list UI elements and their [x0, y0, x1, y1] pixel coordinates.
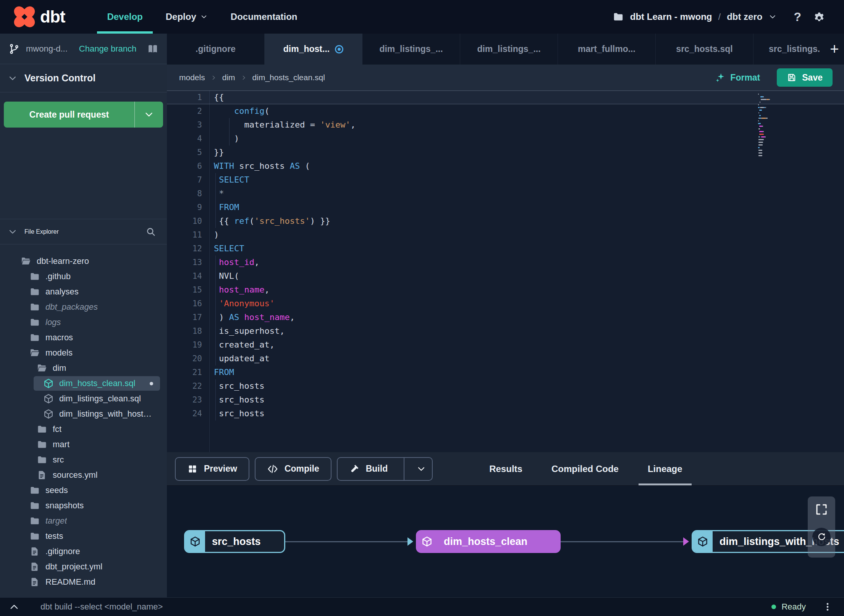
code-line-17[interactable]: 17 ) AS host_name,	[167, 310, 844, 324]
nav-item-deploy[interactable]: Deploy	[154, 0, 219, 34]
result-tab-lineage[interactable]: Lineage	[633, 452, 697, 485]
chevron-down-icon[interactable]	[411, 464, 432, 474]
unsaved-changes-icon[interactable]	[335, 45, 343, 53]
refresh-icon[interactable]	[812, 528, 831, 546]
dbt-logo[interactable]: dbt	[13, 6, 65, 28]
code-line-19[interactable]: 19 created_at,	[167, 338, 844, 352]
code-token: 'src_hosts'	[254, 216, 310, 226]
tree-folder-src[interactable]: src	[0, 452, 167, 467]
lineage-node-dim_hosts_clean[interactable]: dim_hosts_clean	[416, 530, 561, 553]
code-line-8[interactable]: 8 *	[167, 187, 844, 200]
tree-folder-dbt-learn-zero[interactable]: dbt-learn-zero	[0, 254, 167, 269]
chevron-down-icon[interactable]	[768, 13, 777, 21]
tree-file-dbt_project.yml[interactable]: dbt_project.yml	[0, 559, 167, 574]
compile-button[interactable]: Compile	[255, 457, 331, 481]
code-line-10[interactable]: 10 {{ ref('src_hosts') }}	[167, 214, 844, 228]
chevron-down-icon[interactable]	[8, 73, 18, 83]
tree-folder-dbt_packages[interactable]: dbt_packages	[0, 299, 167, 315]
chevron-down-icon[interactable]	[8, 227, 18, 237]
editor-tab-5[interactable]: src_hosts.sql	[656, 34, 753, 65]
line-number: 6	[167, 159, 202, 173]
tree-folder-snapshots[interactable]: snapshots	[0, 498, 167, 513]
build-button[interactable]: Build	[337, 457, 433, 481]
editor-minimap[interactable]	[758, 94, 786, 158]
code-line-18[interactable]: 18 is_superhost,	[167, 324, 844, 338]
code-line-7[interactable]: 7 SELECT	[167, 173, 844, 187]
breadcrumb-segment[interactable]: dim	[222, 73, 235, 82]
tree-folder-target[interactable]: target	[0, 513, 167, 529]
project-breadcrumb[interactable]: dbt Learn - mwong / dbt zero	[613, 11, 777, 23]
lineage-node-src_hosts[interactable]: src_hosts	[184, 530, 285, 553]
tree-file-dim_listings_clean.sql[interactable]: dim_listings_clean.sql	[0, 391, 167, 406]
chevron-down-icon[interactable]	[135, 102, 163, 128]
tree-folder-models[interactable]: models	[0, 345, 167, 361]
indent-guide	[215, 283, 216, 297]
tree-file-README.md[interactable]: README.md	[0, 574, 167, 590]
command-text[interactable]: dbt build --select <model_name>	[40, 602, 163, 612]
version-control-header[interactable]: Version Control	[0, 64, 167, 92]
tree-file-dim_listings_with_hosts...[interactable]: dim_listings_with_hosts...	[0, 406, 167, 422]
format-button[interactable]: Format	[715, 72, 760, 83]
lineage-panel[interactable]: src_hostsdim_hosts_cleandim_listings_wit…	[167, 486, 844, 597]
tree-file-sources.yml[interactable]: sources.yml	[0, 467, 167, 483]
code-line-2[interactable]: 2 config(	[167, 104, 844, 118]
change-branch-link[interactable]: Change branch	[79, 44, 136, 54]
code-line-16[interactable]: 16 'Anonymous'	[167, 297, 844, 310]
editor-tab-3[interactable]: dim_listings_...	[460, 34, 558, 65]
code-editor[interactable]: 1{{2 config(3 materialized = 'view',4 )5…	[167, 91, 844, 452]
preview-button[interactable]: Preview	[175, 457, 249, 481]
code-line-13[interactable]: 13 host_id,	[167, 255, 844, 269]
code-line-9[interactable]: 9 FROM	[167, 200, 844, 214]
editor-tab-0[interactable]: .gitignore	[167, 34, 265, 65]
nav-item-develop[interactable]: Develop	[95, 0, 154, 34]
help-button[interactable]: ?	[794, 10, 801, 24]
tree-folder-analyses[interactable]: analyses	[0, 284, 167, 299]
editor-tab-2[interactable]: dim_listings_...	[362, 34, 460, 65]
tree-folder-.github[interactable]: .github	[0, 269, 167, 284]
result-tab-compiled-code[interactable]: Compiled Code	[537, 452, 633, 485]
file-explorer-header[interactable]: File Explorer	[0, 219, 167, 244]
tree-file-dim_hosts_clean.sql[interactable]: dim_hosts_clean.sql	[0, 376, 167, 391]
code-line-5[interactable]: 5}}	[167, 146, 844, 159]
code-line-12[interactable]: 12SELECT	[167, 242, 844, 255]
code-line-6[interactable]: 6WITH src_hosts AS (	[167, 159, 844, 173]
result-tab-results[interactable]: Results	[475, 452, 537, 485]
editor-tab-4[interactable]: mart_fullmo...	[558, 34, 656, 65]
code-line-11[interactable]: 11)	[167, 228, 844, 242]
breadcrumb-segment[interactable]: dim_hosts_clean.sql	[252, 73, 325, 82]
tree-folder-mart[interactable]: mart	[0, 437, 167, 452]
tree-folder-seeds[interactable]: seeds	[0, 483, 167, 498]
tree-file-.gitignore[interactable]: .gitignore	[0, 544, 167, 559]
save-button[interactable]: Save	[777, 68, 833, 87]
tree-folder-tests[interactable]: tests	[0, 529, 167, 544]
code-line-15[interactable]: 15 host_name,	[167, 283, 844, 297]
tree-folder-logs[interactable]: logs	[0, 315, 167, 330]
editor-tab-6[interactable]: src_listings.	[753, 34, 825, 65]
code-line-3[interactable]: 3 materialized = 'view',	[167, 118, 844, 132]
search-icon[interactable]	[146, 226, 159, 237]
code-token: WITH	[214, 161, 234, 171]
code-line-1[interactable]: 1{{	[167, 91, 844, 104]
new-tab-button[interactable]: +	[825, 34, 844, 65]
create-pull-request-label[interactable]: Create pull request	[4, 102, 134, 128]
tree-folder-macros[interactable]: macros	[0, 330, 167, 345]
tree-folder-fct[interactable]: fct	[0, 422, 167, 437]
code-line-22[interactable]: 22 src_hosts	[167, 379, 844, 393]
code-line-20[interactable]: 20 updated_at	[167, 352, 844, 365]
kebab-menu-icon[interactable]	[823, 602, 833, 612]
folder-icon	[29, 271, 40, 282]
create-pull-request-button[interactable]: Create pull request	[4, 102, 163, 128]
nav-item-documentation[interactable]: Documentation	[219, 0, 309, 34]
chevron-up-icon[interactable]	[8, 601, 20, 613]
code-line-21[interactable]: 21FROM	[167, 365, 844, 379]
fullscreen-icon[interactable]	[815, 503, 828, 516]
breadcrumb-segment[interactable]: models	[179, 73, 205, 82]
book-icon[interactable]	[147, 43, 158, 55]
code-line-14[interactable]: 14 NVL(	[167, 269, 844, 283]
tree-folder-dim[interactable]: dim	[0, 361, 167, 376]
code-line-4[interactable]: 4 )	[167, 132, 844, 146]
editor-tab-1[interactable]: dim_host...	[265, 34, 362, 65]
code-line-24[interactable]: 24 src_hosts	[167, 407, 844, 420]
code-line-23[interactable]: 23 src_hosts	[167, 393, 844, 407]
gear-icon[interactable]	[813, 10, 826, 23]
